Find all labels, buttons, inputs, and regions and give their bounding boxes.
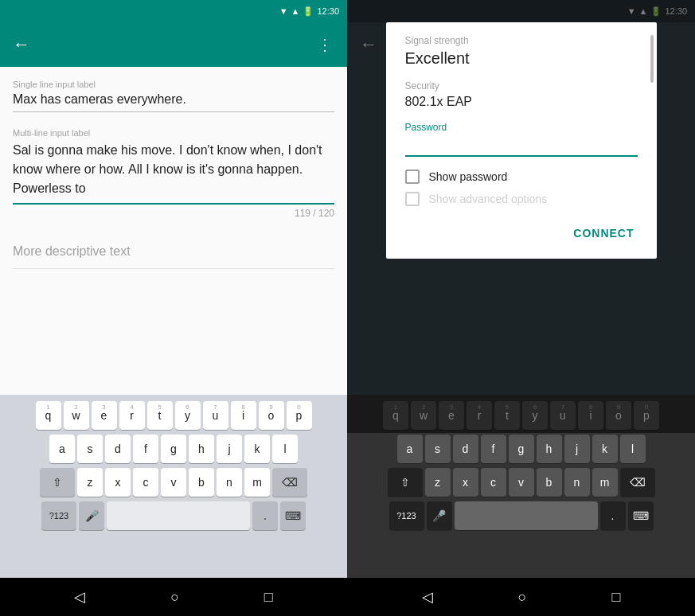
rkey-h[interactable]: h <box>537 435 562 463</box>
kb-row2-right: a s d f g h j k l <box>350 435 692 463</box>
key-r[interactable]: 4r <box>119 401 145 430</box>
multi-line-group: Multi-line input label Sal is gonna make… <box>13 128 334 219</box>
rkey-l[interactable]: l <box>620 435 646 463</box>
show-password-label[interactable]: Show password <box>429 170 508 183</box>
key-n[interactable]: n <box>217 468 242 497</box>
security-label: Security <box>405 80 638 92</box>
rkey-n[interactable]: n <box>564 468 590 497</box>
show-password-row: Show password <box>405 170 638 184</box>
show-password-checkbox[interactable] <box>405 170 420 184</box>
keyboard-left: 1q 2w 3e 4r 5t 6y 7u 8i 9o 0p a s d f g … <box>0 395 347 578</box>
key-l[interactable]: l <box>272 435 298 463</box>
signal-icon: ▲ <box>291 6 300 16</box>
rkey-z[interactable]: z <box>425 468 451 497</box>
dialog-overlay: Signal strength Excellent Security 802.1… <box>347 0 695 433</box>
key-b[interactable]: b <box>189 468 214 497</box>
show-advanced-checkbox[interactable] <box>405 192 420 206</box>
rkey-x[interactable]: x <box>453 468 478 497</box>
key-y[interactable]: 6y <box>175 401 201 430</box>
key-t[interactable]: 5t <box>147 401 173 430</box>
password-input[interactable] <box>405 135 638 157</box>
nav-back-right[interactable]: ◁ <box>422 588 433 606</box>
signal-strength-value: Excellent <box>405 49 638 68</box>
kb-row2-left: a s d f g h j k l <box>3 435 344 463</box>
rkey-keyboard[interactable]: ⌨ <box>628 501 654 530</box>
key-j[interactable]: j <box>217 435 242 463</box>
key-w[interactable]: 2w <box>64 401 89 430</box>
show-advanced-label[interactable]: Show advanced options <box>429 193 548 205</box>
nav-home-right[interactable]: ○ <box>518 589 527 606</box>
single-line-input[interactable]: Max has cameras everywhere. <box>13 92 334 112</box>
rkey-123[interactable]: ?123 <box>389 501 424 530</box>
key-i[interactable]: 8i <box>231 401 256 430</box>
key-p[interactable]: 0p <box>287 401 312 430</box>
rkey-d[interactable]: d <box>453 435 478 463</box>
kb-row4-left: ?123 🎤 . ⌨ <box>3 501 344 530</box>
key-x[interactable]: x <box>105 468 131 497</box>
key-period[interactable]: . <box>252 501 278 530</box>
rkey-m[interactable]: m <box>592 468 618 497</box>
nav-home-left[interactable]: ○ <box>170 589 179 606</box>
rkey-s[interactable]: s <box>425 435 451 463</box>
key-h[interactable]: h <box>189 435 214 463</box>
menu-button-left[interactable]: ⋮ <box>317 35 334 54</box>
security-value: 802.1x EAP <box>405 95 638 109</box>
key-m[interactable]: m <box>244 468 270 497</box>
rkey-g[interactable]: g <box>509 435 534 463</box>
key-u[interactable]: 7u <box>203 401 228 430</box>
signal-strength-field: Signal strength Excellent <box>405 35 638 68</box>
multi-line-input[interactable]: Sal is gonna make his move. I don't know… <box>13 141 334 205</box>
battery-icon: 🔋 <box>303 6 314 17</box>
single-line-label: Single line input label <box>13 80 334 89</box>
key-shift[interactable]: ⇧ <box>40 468 75 497</box>
rkey-j[interactable]: j <box>564 435 590 463</box>
connect-button[interactable]: CONNECT <box>570 220 637 246</box>
key-c[interactable]: c <box>133 468 158 497</box>
rkey-period[interactable]: . <box>600 501 626 530</box>
kb-row4-right: ?123 🎤 . ⌨ <box>350 501 692 530</box>
status-icons-left: ▼ ▲ 🔋 12:30 <box>279 6 339 17</box>
key-mic[interactable]: 🎤 <box>79 501 104 530</box>
key-q[interactable]: 1q <box>36 401 61 430</box>
key-s[interactable]: s <box>77 435 103 463</box>
key-g[interactable]: g <box>161 435 186 463</box>
key-keyboard[interactable]: ⌨ <box>280 501 306 530</box>
key-o[interactable]: 9o <box>259 401 284 430</box>
key-e[interactable]: 3e <box>92 401 117 430</box>
rkey-b[interactable]: b <box>537 468 562 497</box>
signal-strength-label: Signal strength <box>405 35 638 46</box>
nav-recents-right[interactable]: □ <box>612 589 621 606</box>
nav-back-left[interactable]: ◁ <box>74 588 85 606</box>
kb-row3-right: ⇧ z x c v b n m ⌫ <box>350 468 692 497</box>
key-a[interactable]: a <box>49 435 75 463</box>
rkey-a[interactable]: a <box>397 435 423 463</box>
nav-bar-right: ◁ ○ □ <box>347 578 695 616</box>
key-v[interactable]: v <box>161 468 186 497</box>
kb-row1-left: 1q 2w 3e 4r 5t 6y 7u 8i 9o 0p <box>3 401 344 430</box>
wifi-dialog: Signal strength Excellent Security 802.1… <box>386 22 657 259</box>
key-delete[interactable]: ⌫ <box>272 468 307 497</box>
rkey-delete[interactable]: ⌫ <box>620 468 655 497</box>
security-field: Security 802.1x EAP <box>405 80 638 109</box>
left-phone: ▼ ▲ 🔋 12:30 ← ⋮ Single line input label … <box>0 0 347 616</box>
key-z[interactable]: z <box>77 468 103 497</box>
password-label: Password <box>405 122 638 133</box>
rkey-shift[interactable]: ⇧ <box>388 468 423 497</box>
key-space[interactable] <box>107 501 250 530</box>
key-k[interactable]: k <box>244 435 270 463</box>
key-d[interactable]: d <box>105 435 131 463</box>
rkey-c[interactable]: c <box>481 468 506 497</box>
dialog-scrollbar[interactable] <box>650 35 654 83</box>
rkey-f[interactable]: f <box>481 435 506 463</box>
back-button-left[interactable]: ← <box>13 34 30 55</box>
status-bar-left: ▼ ▲ 🔋 12:30 <box>0 0 347 22</box>
app-bar-left: ← ⋮ <box>0 22 347 67</box>
key-f[interactable]: f <box>133 435 158 463</box>
nav-recents-left[interactable]: □ <box>264 589 273 606</box>
rkey-v[interactable]: v <box>509 468 534 497</box>
rkey-k[interactable]: k <box>592 435 618 463</box>
rkey-space[interactable] <box>455 501 598 530</box>
more-desc: More descriptive text <box>13 235 334 269</box>
key-123[interactable]: ?123 <box>41 501 76 530</box>
rkey-mic[interactable]: 🎤 <box>427 501 452 530</box>
